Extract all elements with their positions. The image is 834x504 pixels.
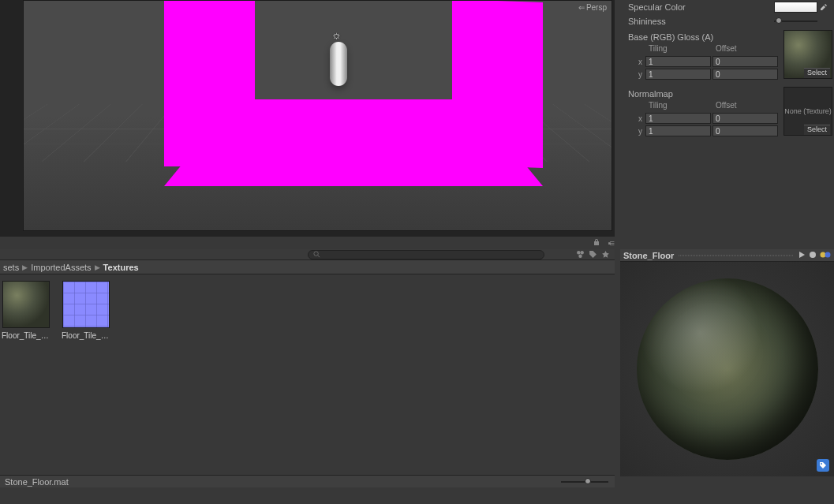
project-status-bar: Stone_Floor.mat — [0, 475, 615, 487]
inspector-panel: Specular Color Shininess Base (RGB) Glos… — [620, 0, 834, 245]
normal-x-axis-label: x — [636, 114, 645, 123]
project-panel: sets ▶ ImportedAssets ▶ Textures Floor_T… — [0, 249, 615, 487]
normalmap-thumb-text: None (Texture) — [784, 107, 832, 115]
base-y-axis-label: y — [636, 70, 645, 79]
thumbnail-size-knob[interactable] — [585, 478, 591, 484]
shininess-label: Shininess — [628, 17, 774, 26]
sphere-icon[interactable] — [809, 251, 817, 260]
wall-floor — [164, 159, 543, 186]
normal-tiling-header: Tiling — [647, 101, 714, 112]
svg-point-7 — [825, 252, 831, 257]
svg-point-8 — [821, 463, 822, 465]
normal-offset-y-input[interactable] — [712, 125, 778, 136]
svg-point-4 — [578, 255, 582, 258]
breadcrumb-seg-textures[interactable]: Textures — [103, 263, 139, 272]
base-texture-thumb[interactable]: Select — [784, 30, 832, 79]
shininess-slider[interactable] — [774, 16, 817, 27]
specular-color-label: Specular Color — [628, 2, 774, 12]
selected-asset-path: Stone_Floor.mat — [5, 477, 69, 487]
svg-point-0 — [314, 252, 318, 256]
lock-icon[interactable] — [593, 238, 600, 248]
normal-offset-header: Offset — [714, 101, 781, 112]
capsule-object[interactable] — [330, 42, 347, 86]
chevron-right-icon: ▶ — [95, 263, 100, 271]
normal-offset-x-input[interactable] — [712, 113, 778, 124]
base-tiling-y-input[interactable] — [645, 69, 711, 80]
filter-by-type-icon[interactable] — [574, 249, 586, 260]
base-texture-block: Base (RGB) Gloss (A) Select Tiling Offse… — [620, 30, 834, 80]
asset-label-tag-icon[interactable] — [817, 459, 829, 472]
preview-title: Stone_Floor — [623, 251, 674, 260]
base-offset-y-input[interactable] — [712, 69, 778, 80]
normalmap-block: Normalmap None (Texture) Select Tiling O… — [620, 87, 834, 137]
shininess-slider-knob[interactable] — [776, 17, 782, 24]
wall-right — [452, 0, 543, 168]
breadcrumb-seg-imported[interactable]: ImportedAssets — [31, 263, 91, 272]
panel-menu-icon[interactable]: ▪≡ — [608, 238, 613, 248]
wall-back — [252, 99, 458, 161]
wall-left — [164, 1, 255, 166]
chevron-right-icon: ▶ — [22, 263, 28, 271]
scene-viewport[interactable]: ☼ Persp ▪≡ — [0, 0, 615, 237]
specular-color-row: Specular Color — [620, 0, 834, 14]
base-offset-header: Offset — [714, 44, 781, 55]
light-toggle-icon[interactable] — [820, 251, 831, 260]
base-x-axis-label: x — [636, 58, 645, 66]
preview-header: Stone_Floor — [620, 249, 834, 262]
asset-item[interactable]: Floor_Tile_Di... — [2, 281, 50, 340]
base-tiling-x-input[interactable] — [645, 56, 711, 67]
eyedropper-icon[interactable] — [819, 2, 828, 13]
normal-y-axis-label: y — [636, 127, 645, 136]
search-icon — [313, 251, 320, 258]
play-icon[interactable] — [798, 251, 806, 260]
specular-color-swatch[interactable] — [774, 2, 817, 13]
base-offset-x-input[interactable] — [712, 56, 778, 67]
base-texture-select-button[interactable]: Select — [804, 68, 830, 78]
preview-panel: Stone_Floor — [620, 249, 834, 487]
asset-grid[interactable]: Floor_Tile_Di... Floor_Tile_N... — [0, 274, 615, 464]
project-search-input[interactable] — [308, 250, 544, 259]
svg-line-1 — [318, 256, 320, 257]
asset-label: Floor_Tile_Di... — [2, 331, 50, 340]
light-gizmo-icon: ☼ — [331, 28, 342, 41]
normal-tiling-x-input[interactable] — [645, 113, 711, 124]
filter-by-label-icon[interactable] — [586, 249, 599, 260]
scene-view[interactable]: ☼ Persp — [23, 0, 612, 231]
asset-item[interactable]: Floor_Tile_N... — [62, 281, 110, 340]
shininess-row: Shininess — [620, 14, 834, 28]
scene-3d: ☼ — [24, 1, 611, 230]
svg-point-6 — [821, 252, 826, 257]
asset-label: Floor_Tile_N... — [62, 331, 110, 340]
favorites-icon[interactable] — [599, 249, 611, 260]
svg-point-3 — [580, 251, 583, 254]
asset-thumb-diffuse[interactable] — [2, 281, 50, 328]
preview-divider — [679, 255, 793, 256]
camera-mode-label[interactable]: Persp — [578, 3, 607, 12]
normal-tiling-y-input[interactable] — [645, 125, 711, 136]
material-preview-view[interactable] — [620, 262, 834, 476]
svg-point-5 — [810, 252, 816, 258]
project-toolbar — [0, 249, 615, 260]
breadcrumb-seg-assets[interactable]: sets — [3, 263, 19, 272]
svg-point-2 — [577, 251, 580, 254]
normalmap-select-button[interactable]: Select — [804, 125, 830, 135]
base-tiling-header: Tiling — [647, 44, 714, 55]
asset-thumb-normal[interactable] — [62, 281, 110, 328]
normalmap-thumb[interactable]: None (Texture) Select — [784, 87, 832, 136]
material-preview-sphere[interactable] — [637, 278, 818, 460]
breadcrumb: sets ▶ ImportedAssets ▶ Textures — [0, 260, 615, 274]
thumbnail-size-slider[interactable] — [561, 476, 608, 487]
